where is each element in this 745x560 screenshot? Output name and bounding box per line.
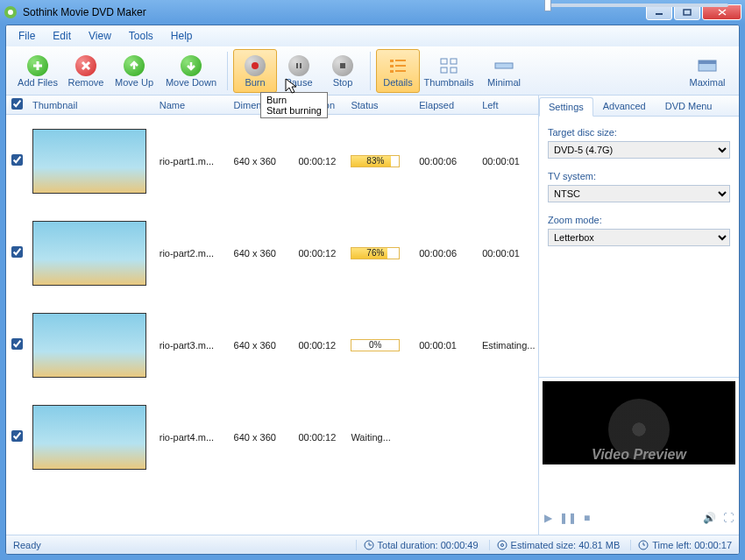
svg-rect-13: [395, 70, 406, 72]
content-area: Thumbnail Name Dimension Duration Status…: [6, 96, 739, 535]
thumbnails-label: Thumbnails: [424, 77, 474, 88]
row-checkbox[interactable]: [11, 246, 23, 258]
table-row[interactable]: rio-part4.m...640 x 36000:00:12Waiting..…: [6, 391, 538, 483]
zoom-mode-label: Zoom mode:: [548, 215, 730, 225]
file-duration: 00:00:12: [293, 248, 345, 259]
menu-edit[interactable]: Edit: [46, 28, 78, 44]
burn-tooltip: Burn Start burning: [260, 92, 328, 118]
file-duration: 00:00:12: [293, 340, 345, 351]
file-dimension: 640 x 360: [229, 432, 294, 443]
main-window: Sothink Movie DVD Maker File Edit View T…: [0, 0, 745, 560]
svg-point-23: [500, 543, 503, 546]
settings-body: Target disc size: DVD-5 (4.7G) TV system…: [539, 117, 739, 269]
progress-bar: 76%: [351, 247, 400, 259]
select-all-checkbox[interactable]: [11, 98, 23, 110]
table-row[interactable]: rio-part1.m...640 x 36000:00:1283%00:00:…: [6, 115, 538, 207]
row-checkbox[interactable]: [11, 154, 23, 166]
svg-point-22: [498, 541, 507, 549]
volume-icon[interactable]: 🔊: [703, 512, 716, 524]
svg-point-4: [252, 62, 259, 69]
target-disc-select[interactable]: DVD-5 (4.7G): [548, 141, 730, 159]
table-row[interactable]: rio-part2.m...640 x 36000:00:1276%00:00:…: [6, 207, 538, 299]
menu-file[interactable]: File: [11, 28, 42, 44]
toolbar-separator: [370, 52, 371, 90]
list-body[interactable]: rio-part1.m...640 x 36000:00:1283%00:00:…: [6, 115, 538, 535]
add-files-button[interactable]: Add Files: [11, 49, 64, 93]
side-panel: Settings Advanced DVD Menu Target disc s…: [539, 96, 739, 535]
stop-label: Stop: [333, 77, 353, 88]
timer-icon: [638, 540, 649, 550]
tab-advanced[interactable]: Advanced: [593, 96, 656, 116]
file-name: rio-part2.m...: [154, 248, 229, 259]
table-row[interactable]: rio-part3.m...640 x 36000:00:120%00:00:0…: [6, 299, 538, 391]
svg-rect-11: [395, 65, 406, 67]
side-tabs: Settings Advanced DVD Menu: [539, 96, 739, 117]
col-status[interactable]: Status: [345, 100, 414, 110]
tv-system-select[interactable]: NTSC: [548, 185, 730, 202]
svg-rect-10: [390, 65, 394, 67]
tooltip-title: Burn: [266, 95, 322, 105]
details-view-button[interactable]: Details: [376, 49, 420, 93]
menu-help[interactable]: Help: [164, 28, 200, 44]
menubar: File Edit View Tools Help: [6, 25, 739, 46]
col-thumbnail[interactable]: Thumbnail: [27, 100, 154, 110]
file-dimension: 640 x 360: [229, 340, 294, 351]
toolbar: Add Files Remove Move Up Move Down Burn …: [6, 46, 739, 96]
thumbnail-image[interactable]: [32, 405, 146, 470]
pause-button[interactable]: Pause: [277, 49, 321, 93]
menu-tools[interactable]: Tools: [122, 28, 160, 44]
maximal-view-button[interactable]: Maximal: [681, 49, 734, 93]
file-name: rio-part4.m...: [154, 432, 229, 443]
file-name: rio-part3.m...: [154, 340, 229, 351]
status-size: Estimated size: 40.81 MB: [489, 540, 621, 550]
svg-rect-14: [441, 59, 447, 64]
record-icon: [245, 55, 266, 76]
move-up-button[interactable]: Move Up: [108, 49, 160, 93]
col-elapsed[interactable]: Elapsed: [414, 100, 477, 110]
tab-settings[interactable]: Settings: [539, 97, 593, 117]
zoom-mode-select[interactable]: Letterbox: [548, 229, 730, 246]
row-checkbox[interactable]: [11, 338, 23, 350]
thumbnail-image[interactable]: [32, 129, 146, 194]
stop-button[interactable]: Stop: [321, 49, 365, 93]
arrow-up-icon: [124, 55, 145, 76]
play-button[interactable]: ▶: [544, 512, 552, 524]
burn-button[interactable]: Burn: [233, 49, 277, 93]
details-label: Details: [383, 77, 413, 88]
tv-system-label: TV system:: [548, 171, 730, 181]
preview-controls: [539, 468, 739, 501]
fullscreen-icon[interactable]: ⛶: [723, 512, 734, 524]
disc-icon: [497, 540, 507, 550]
thumbnail-image[interactable]: [32, 221, 146, 286]
statusbar: Ready Total duration: 00:00:49 Estimated…: [6, 535, 739, 554]
thumbnails-view-button[interactable]: Thumbnails: [420, 49, 478, 93]
preview-pause-button[interactable]: ❚❚: [559, 512, 577, 524]
remove-button[interactable]: Remove: [64, 49, 108, 93]
menu-view[interactable]: View: [82, 28, 118, 44]
row-checkbox[interactable]: [11, 430, 23, 442]
preview-screen[interactable]: Video Preview: [543, 381, 735, 464]
tab-dvd-menu[interactable]: DVD Menu: [656, 96, 722, 116]
cursor-icon: [285, 78, 299, 96]
svg-rect-6: [300, 63, 302, 68]
maximal-label: Maximal: [690, 77, 726, 88]
window-title: Sothink Movie DVD Maker: [23, 6, 646, 18]
file-elapsed: 00:00:06: [414, 248, 477, 259]
svg-rect-7: [340, 63, 345, 68]
burn-label: Burn: [245, 77, 265, 88]
file-elapsed: 00:00:01: [414, 340, 477, 351]
preview-stop-button[interactable]: ■: [584, 512, 590, 524]
thumbnail-image[interactable]: [32, 313, 146, 378]
col-name[interactable]: Name: [154, 100, 229, 110]
progress-bar: 83%: [351, 155, 400, 167]
col-left[interactable]: Left: [477, 100, 538, 110]
remove-label: Remove: [68, 77, 104, 88]
maximize-icon: [683, 9, 692, 16]
file-elapsed: 00:00:06: [414, 156, 477, 167]
preview-area: Video Preview ▶ ❚❚ ■ 🔊 ⛶: [539, 377, 739, 535]
details-icon: [387, 54, 409, 77]
minimal-view-button[interactable]: Minimal: [478, 49, 530, 93]
move-down-button[interactable]: Move Down: [160, 49, 222, 93]
plus-icon: [27, 55, 48, 76]
file-duration: 00:00:12: [293, 432, 345, 443]
